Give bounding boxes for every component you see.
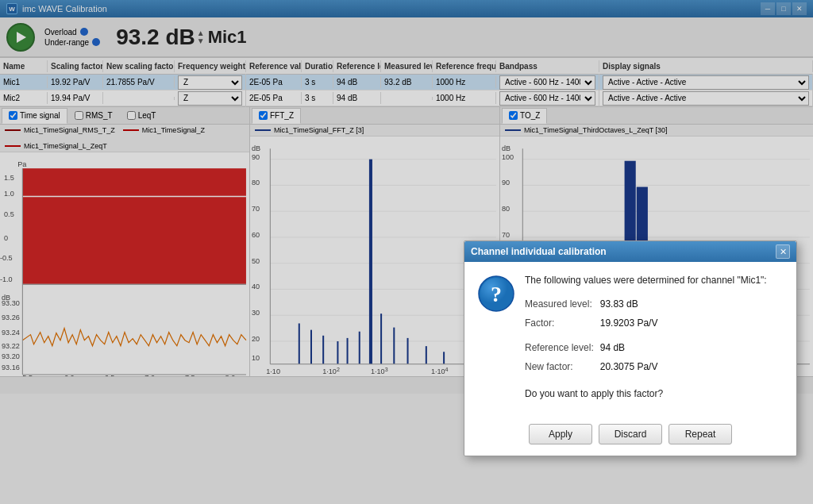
dialog-title-bar: Channel individual calibration ✕ bbox=[464, 241, 796, 262]
dialog-question: Do you want to apply this factor? bbox=[525, 386, 784, 403]
dialog-title: Channel individual calibration bbox=[471, 246, 607, 257]
dialog-label-reference-level: Reference level: bbox=[525, 339, 600, 358]
dialog-row-new-factor: New factor: 20.3075 Pa/V bbox=[525, 358, 664, 377]
svg-text:?: ? bbox=[491, 282, 502, 306]
dialog-label-factor: Factor: bbox=[525, 314, 600, 333]
dialog-row-factor: Factor: 19.9203 Pa/V bbox=[525, 314, 664, 333]
dialog-body: ? The following values were determined f… bbox=[464, 262, 796, 416]
calibration-dialog: Channel individual calibration ✕ ? bbox=[464, 240, 797, 456]
repeat-button[interactable]: Repeat bbox=[669, 424, 732, 444]
dialog-value-reference-level: 94 dB bbox=[600, 339, 665, 358]
dialog-values-table: Measured level: 93.83 dB Factor: 19.9203… bbox=[525, 295, 664, 376]
discard-button[interactable]: Discard bbox=[599, 424, 662, 444]
dialog-row-measured-level: Measured level: 93.83 dB bbox=[525, 295, 664, 314]
dialog-values: Measured level: 93.83 dB Factor: 19.9203… bbox=[525, 295, 784, 403]
dialog-message: The following values were determined for… bbox=[525, 275, 784, 286]
dialog-close-button[interactable]: ✕ bbox=[776, 244, 790, 259]
dialog-icon: ? bbox=[477, 275, 515, 313]
dialog-row-reference-level: Reference level: 94 dB bbox=[525, 339, 664, 358]
dialog-overlay: Channel individual calibration ✕ ? bbox=[0, 0, 813, 504]
dialog-label-measured-level: Measured level: bbox=[525, 295, 600, 314]
apply-button[interactable]: Apply bbox=[529, 424, 592, 444]
dialog-value-new-factor: 20.3075 Pa/V bbox=[600, 358, 665, 377]
dialog-value-factor: 19.9203 Pa/V bbox=[600, 314, 665, 333]
dialog-footer: Apply Discard Repeat bbox=[464, 416, 796, 456]
dialog-label-new-factor: New factor: bbox=[525, 358, 600, 377]
dialog-content: The following values were determined for… bbox=[525, 275, 784, 403]
dialog-value-measured-level: 93.83 dB bbox=[600, 295, 665, 314]
